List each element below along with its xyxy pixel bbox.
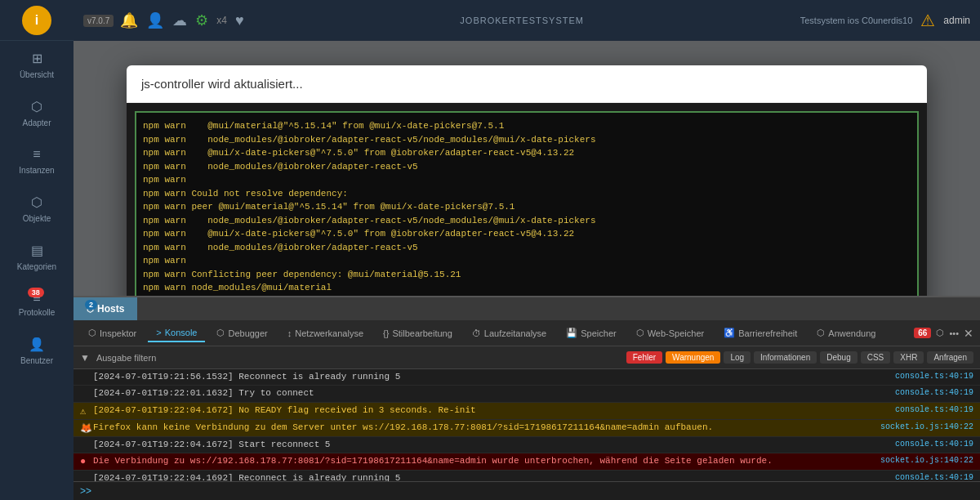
sidebar-item-label: Übersicht <box>20 70 54 79</box>
console-source[interactable]: console.ts:40:19 <box>895 472 973 481</box>
console-source[interactable]: console.ts:40:19 <box>895 404 973 414</box>
sidebar-logo: i <box>0 0 74 41</box>
speicher-icon: 💾 <box>566 328 577 338</box>
cloud-icon[interactable]: ☁ <box>172 11 187 29</box>
row-icon <box>80 439 93 440</box>
app-background: i ⊞ Übersicht ⬡ Adapter ≡ Instanzen ⬡ Ob… <box>0 0 980 500</box>
gear-icon[interactable]: ⚙ <box>195 11 208 29</box>
sidebar-item-label: Protokolle <box>19 308 55 317</box>
console-input-row: >> <box>74 481 980 500</box>
tab-stilbearbeitung[interactable]: {} Stilbearbeitung <box>375 325 461 342</box>
console-text: [2024-07-01T19:21:56.1532] Reconnect is … <box>93 371 889 383</box>
devtools-console-content: [2024-07-01T19:21:56.1532] Reconnect is … <box>74 369 980 481</box>
top-bar-icons: 🔔 👤 ☁ ⚙ x4 ♥ <box>120 11 243 29</box>
log-line-3: npm warn node_modules/@iobroker/adapter-… <box>143 162 418 172</box>
logo-icon: i <box>22 6 51 35</box>
webspeicher-icon: ⬡ <box>636 328 644 338</box>
filter-xhr[interactable]: XHR <box>893 351 924 364</box>
adapter-icon: ⬡ <box>31 99 42 114</box>
top-bar-right: Testsystem ios C0unerdis10 ⚠ admin <box>800 11 970 30</box>
sidebar-items: ⊞ Übersicht ⬡ Adapter ≡ Instanzen ⬡ Obje… <box>0 41 74 500</box>
instanzen-icon: ≡ <box>33 147 40 162</box>
filter-fehler[interactable]: Fehler <box>626 351 662 364</box>
sidebar-item-label: Instanzen <box>19 166 54 175</box>
benutzer-icon: 👤 <box>29 337 45 352</box>
devtools-toolbar: ⬡ Inspektor > Konsole ⬡ Debugger ↕ Netzw… <box>74 320 980 346</box>
console-source[interactable]: console.ts:40:19 <box>895 387 973 397</box>
modal-overlay: js-controller wird aktualisiert... npm w… <box>74 41 980 296</box>
log-line-1: npm warn node_modules/@iobroker/adapter-… <box>143 135 596 145</box>
log-line-9: npm warn node_modules/@iobroker/adapter-… <box>143 243 418 252</box>
objekte-icon: ⬡ <box>31 194 42 210</box>
console-input[interactable] <box>96 486 973 497</box>
warning-icon: ⚠ <box>920 11 935 30</box>
main-content: v7.0.7 🔔 👤 ☁ ⚙ x4 ♥ JOBROKERTESTSYSTEM T… <box>74 0 980 500</box>
console-text: [2024-07-01T19:22:04.1672] Start reconne… <box>93 439 889 451</box>
console-source[interactable]: socket.io.js:140:22 <box>880 455 973 465</box>
barriere-icon: ♿ <box>724 328 735 338</box>
copy-icon[interactable]: ⬡ <box>936 328 944 338</box>
log-line-8: npm warn @mui/x-date-pickers@"^7.5.0" fr… <box>143 229 574 239</box>
console-row-warning: ⚠ [2024-07-01T19:22:04.1672] No READY fl… <box>74 403 980 420</box>
filter-buttons: Fehler Warnungen Log Informationen Debug… <box>626 351 973 364</box>
tab-web-speicher[interactable]: ⬡ Web-Speicher <box>628 324 713 342</box>
filter-label[interactable]: Ausgabe filtern <box>96 353 156 363</box>
test-system-label: Testsystem ios C0unerdis10 <box>800 16 913 25</box>
row-icon <box>80 387 93 388</box>
tab-debugger[interactable]: ⬡ Debugger <box>208 324 275 342</box>
filter-warnungen[interactable]: Warnungen <box>666 351 720 364</box>
log-line-12: npm warn node_modules/@mui/material <box>143 283 332 292</box>
tab-netzwerkanalyse[interactable]: ↕ Netzwerkanalyse <box>279 325 372 342</box>
close-icon[interactable]: ✕ <box>964 327 973 340</box>
health-icon[interactable]: ♥ <box>235 12 244 29</box>
laufzeit-icon: ⏱ <box>472 328 481 338</box>
sidebar-item-label: Adapter <box>22 118 51 127</box>
tab-speicher[interactable]: 💾 Speicher <box>558 324 624 342</box>
sidebar-item-instanzen[interactable]: ≡ Instanzen <box>0 137 74 185</box>
console-source[interactable]: socket.io.js:140:22 <box>880 422 973 431</box>
sidebar-item-label: Benutzer <box>20 356 53 365</box>
konsole-icon: > <box>156 328 161 337</box>
console-source[interactable]: console.ts:40:19 <box>895 371 973 381</box>
row-icon <box>80 371 93 372</box>
uebersicht-icon: ⊞ <box>32 51 42 66</box>
console-text: [2024-07-01T19:22:04.1692] Reconnect is … <box>93 472 889 481</box>
tab-inspektor[interactable]: ⬡ Inspektor <box>80 324 145 342</box>
sidebar-item-adapter[interactable]: ⬡ Adapter <box>0 89 74 137</box>
console-text: Firefox kann keine Verbindung zu dem Ser… <box>93 422 874 434</box>
tab-barrierefreiheit[interactable]: ♿ Barrierefreiheit <box>715 324 805 342</box>
firefox-icon: 🦊 <box>80 422 93 435</box>
log-line-0: npm warn @mui/material@"^5.15.14" from @… <box>143 121 504 131</box>
sidebar-item-protokolle[interactable]: ≡ 38 Protokolle <box>0 281 74 327</box>
filter-informationen[interactable]: Informationen <box>754 351 817 364</box>
hosts-tab[interactable]: ⬡ 2 Hosts <box>74 297 137 320</box>
console-text: Die Verbindung zu ws://192.168.178.77:80… <box>93 455 874 467</box>
hosts-badge: 2 <box>85 300 97 310</box>
sidebar: i ⊞ Übersicht ⬡ Adapter ≡ Instanzen ⬡ Ob… <box>0 0 74 500</box>
devtools-filter-bar: ▼ Ausgabe filtern Fehler Warnungen Log I… <box>74 346 980 369</box>
console-source[interactable]: console.ts:40:19 <box>895 439 973 449</box>
filter-debug[interactable]: Debug <box>820 351 857 364</box>
console-row: [2024-07-01T19:22:04.1672] Start reconne… <box>74 437 980 453</box>
log-line-11: npm warn Conflicting peer dependency: @m… <box>143 270 461 279</box>
netz-icon: ↕ <box>287 328 292 338</box>
tab-konsole[interactable]: > Konsole <box>148 324 205 342</box>
filter-log[interactable]: Log <box>724 351 751 364</box>
filter-css[interactable]: CSS <box>861 351 891 364</box>
filter-anfragen[interactable]: Anfragen <box>927 351 973 364</box>
person-icon[interactable]: 👤 <box>146 11 164 29</box>
tab-laufzeitanalyse[interactable]: ⏱ Laufzeitanalyse <box>464 325 555 342</box>
console-row: [2024-07-01T19:22:01.1632] Try to connec… <box>74 386 980 402</box>
sidebar-item-benutzer[interactable]: 👤 Benutzer <box>0 327 74 375</box>
sidebar-item-objekte[interactable]: ⬡ Objekte <box>0 185 74 233</box>
tab-anwendung[interactable]: ⬡ Anwendung <box>808 324 884 342</box>
console-text: [2024-07-01T19:22:04.1672] No READY flag… <box>93 404 889 417</box>
sidebar-item-uebersicht[interactable]: ⊞ Übersicht <box>0 41 74 89</box>
sidebar-item-kategorien[interactable]: ▤ Kategorien <box>0 233 74 281</box>
version-badge: v7.0.7 <box>83 15 114 27</box>
bell-icon[interactable]: 🔔 <box>120 11 138 29</box>
log-line-5: npm warn Could not resolve dependency: <box>143 189 348 199</box>
sidebar-item-label: Objekte <box>23 214 51 223</box>
console-prompt: >> <box>80 485 91 497</box>
more-icon[interactable]: ••• <box>949 328 959 338</box>
